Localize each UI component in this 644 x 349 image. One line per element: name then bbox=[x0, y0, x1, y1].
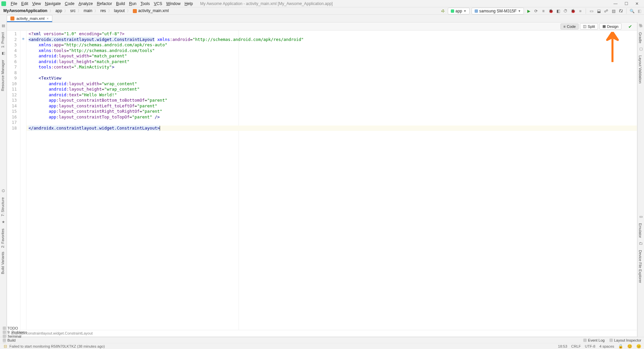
bottom-tool-build[interactable]: Build bbox=[3, 338, 39, 342]
right-tool-strip: 🐘 Gradle ▢ Layout Validation ▭ Emulator … bbox=[637, 22, 644, 337]
design-mode-icon: ▦ bbox=[602, 24, 606, 29]
menu-analyze[interactable]: Analyze bbox=[76, 1, 95, 7]
indent[interactable]: 4 spaces bbox=[599, 344, 614, 348]
editor-tabs: activity_main.xml × bbox=[0, 15, 644, 22]
view-design[interactable]: ▦Design bbox=[599, 23, 622, 30]
tool-layout-validation[interactable]: Layout Validation bbox=[638, 53, 643, 86]
project-icon[interactable]: ▤ bbox=[1, 23, 6, 29]
tool-structure[interactable]: 7: Structure bbox=[0, 195, 5, 218]
breadcrumb-item[interactable]: activity_main.xml bbox=[131, 8, 170, 13]
left-tool-strip: ▤ 1: Project ◧ Resource Manager ⌬ 7: Str… bbox=[0, 22, 7, 337]
icon-gutter: ⊕ bbox=[20, 31, 26, 330]
menubar: FileEditViewNavigateCodeAnalyzeRefactorB… bbox=[0, 0, 644, 7]
tool-emulator[interactable]: Emulator bbox=[638, 221, 643, 240]
bottom-tool-event-log[interactable]: Event Log bbox=[583, 338, 605, 342]
profile-icon[interactable]: ⏱ bbox=[563, 8, 568, 14]
menu-tools[interactable]: Tools bbox=[139, 1, 152, 7]
layout-file-icon bbox=[10, 16, 14, 20]
layout-validation-icon[interactable]: ▢ bbox=[638, 47, 644, 52]
bottom-tool-strip: TODO9: ProblemsTerminalBuild6: LogcatPro… bbox=[0, 337, 644, 343]
run-icon[interactable]: ▶ bbox=[526, 8, 531, 14]
window-title: My Awsome Application - activity_main.xm… bbox=[200, 1, 333, 6]
code-area[interactable]: 123456789101112131415161718 ⊕ <?xml vers… bbox=[7, 31, 637, 330]
search-everywhere-icon[interactable]: 🔍 bbox=[629, 8, 635, 14]
sdk-manager-icon[interactable]: ⬓ bbox=[596, 8, 601, 14]
structure-icon[interactable]: ⌬ bbox=[1, 189, 6, 194]
stop-icon[interactable]: ■ bbox=[578, 8, 583, 14]
tool-device-file-explorer[interactable]: Device File Explorer bbox=[638, 248, 643, 285]
build-hammer-icon[interactable]: ⚒ bbox=[439, 7, 447, 15]
menu-code[interactable]: Code bbox=[63, 1, 76, 7]
activity-icon[interactable]: ☍ bbox=[603, 8, 609, 14]
view-split[interactable]: ◫Split bbox=[580, 23, 598, 30]
device-selector[interactable]: samsung SM-M315F ▼ bbox=[472, 8, 524, 14]
breadcrumb-item[interactable]: main bbox=[82, 8, 94, 13]
tool-project[interactable]: 1: Project bbox=[0, 30, 5, 50]
maximize-icon[interactable]: ☐ bbox=[624, 1, 629, 6]
memory-indicator-icon[interactable]: 😊 bbox=[627, 344, 632, 349]
emulator-icon[interactable]: ▭ bbox=[638, 214, 644, 220]
menu-run[interactable]: Run bbox=[127, 1, 139, 7]
breadcrumb-item[interactable]: layout bbox=[113, 8, 126, 13]
breadcrumb-item[interactable]: res bbox=[99, 8, 107, 13]
tab-activity-main[interactable]: activity_main.xml × bbox=[7, 15, 52, 22]
split-mode-icon: ◫ bbox=[583, 24, 586, 29]
feedback-icon[interactable]: 😐 bbox=[636, 344, 641, 349]
menu-help[interactable]: Help bbox=[182, 1, 195, 7]
apply-code-icon[interactable]: ≡ bbox=[541, 8, 546, 14]
breadcrumb-item[interactable]: src bbox=[69, 8, 77, 13]
bottom-tool-terminal[interactable]: Terminal bbox=[3, 334, 39, 338]
caret-position[interactable]: 18:53 bbox=[558, 344, 568, 348]
attach-debugger-icon[interactable]: 🐞 bbox=[570, 8, 576, 14]
minimize-icon[interactable]: — bbox=[613, 1, 618, 6]
line-separator[interactable]: CRLF bbox=[571, 344, 581, 348]
breadcrumb-item[interactable]: MyAwsomeApplication bbox=[2, 8, 49, 13]
resource-manager-icon[interactable]: ◧ bbox=[1, 51, 6, 56]
bottom-tool-9--problems[interactable]: 9: Problems bbox=[3, 330, 39, 334]
debug-icon[interactable]: 🐞 bbox=[548, 8, 553, 14]
tab-label: activity_main.xml bbox=[16, 16, 45, 20]
menu-build[interactable]: Build bbox=[114, 1, 127, 7]
apply-changes-icon[interactable]: ⟳ bbox=[533, 8, 539, 14]
tool-gradle[interactable]: Gradle bbox=[638, 30, 643, 45]
menu-vcs[interactable]: VCS bbox=[152, 1, 164, 7]
android-icon bbox=[451, 9, 454, 13]
tool-resource-manager[interactable]: Resource Manager bbox=[0, 58, 5, 93]
device-file-explorer-icon[interactable]: 🗀 bbox=[638, 241, 644, 247]
close-icon[interactable]: ✕ bbox=[635, 1, 639, 6]
status-message: Failed to start monitoring R58N70LKTKZ (… bbox=[9, 344, 105, 348]
favorites-icon[interactable]: ★ bbox=[1, 220, 6, 225]
tool-build-variants[interactable]: Build Variants bbox=[0, 250, 5, 276]
line-gutter: 123456789101112131415161718 bbox=[7, 31, 20, 330]
account-icon[interactable]: ◧ bbox=[637, 8, 642, 14]
readonly-lock-icon[interactable]: 🔒 bbox=[618, 344, 623, 349]
code-content[interactable]: <?xml version="1.0" encoding="utf-8"?><a… bbox=[26, 31, 637, 330]
breadcrumb-item[interactable]: app bbox=[54, 8, 63, 13]
menu-view[interactable]: View bbox=[30, 1, 43, 7]
gradle-icon[interactable]: 🐘 bbox=[638, 23, 644, 29]
bottom-tool-layout-inspector[interactable]: Layout Inspector bbox=[609, 338, 641, 342]
tool-favorites[interactable]: 2: Favorites bbox=[0, 227, 5, 250]
run-config-label: app bbox=[455, 9, 462, 13]
sync-gradle-icon[interactable]: 🗘 bbox=[618, 8, 624, 14]
android-studio-logo-icon bbox=[1, 1, 6, 6]
menu-file[interactable]: File bbox=[9, 1, 19, 7]
bottom-tool-todo[interactable]: TODO bbox=[3, 326, 39, 330]
menu-refactor[interactable]: Refactor bbox=[95, 1, 114, 7]
menu-edit[interactable]: Edit bbox=[19, 1, 30, 7]
coverage-icon[interactable]: ◧ bbox=[555, 8, 561, 14]
encoding[interactable]: UTF-8 bbox=[585, 344, 595, 348]
phone-icon bbox=[475, 9, 478, 13]
inspection-ok-icon[interactable]: ✔ bbox=[626, 23, 635, 30]
avd-manager-icon[interactable]: ▭ bbox=[589, 8, 594, 14]
run-config-selector[interactable]: app ▼ bbox=[448, 8, 470, 14]
editor-breadcrumb[interactable]: androidx.constraintlayout.widget.Constra… bbox=[7, 330, 637, 337]
main-area: ≡Code ◫Split ▦Design ✔ 12345678910111213… bbox=[7, 22, 637, 337]
view-mode-bar: ≡Code ◫Split ▦Design ✔ bbox=[7, 22, 637, 31]
menu-navigate[interactable]: Navigate bbox=[43, 1, 63, 7]
menu-window[interactable]: Window bbox=[164, 1, 182, 7]
editor: ≡Code ◫Split ▦Design ✔ 12345678910111213… bbox=[7, 22, 637, 337]
close-tab-icon[interactable]: × bbox=[47, 16, 49, 20]
device-manager-icon[interactable]: ▤ bbox=[611, 8, 616, 14]
view-code[interactable]: ≡Code bbox=[560, 23, 579, 30]
